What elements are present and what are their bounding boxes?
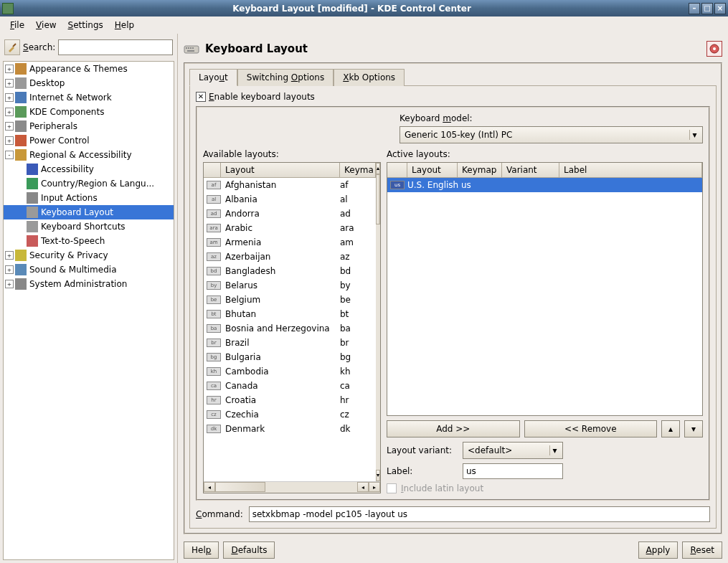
keyboard-model-combo[interactable]: Generic 105-key (Intl) PC ▾ bbox=[400, 126, 703, 143]
defaults-button[interactable]: Defaults bbox=[223, 541, 275, 559]
layout-row[interactable]: alAlbaniaal bbox=[204, 192, 376, 207]
remove-button[interactable]: << Remove bbox=[524, 420, 658, 437]
warning-button[interactable] bbox=[706, 41, 722, 57]
col-variant[interactable]: Variant bbox=[502, 163, 559, 177]
apply-button[interactable]: Apply bbox=[638, 541, 679, 559]
tree-item[interactable]: +Desktop bbox=[4, 76, 174, 90]
tree-item[interactable]: Keyboard Layout bbox=[4, 205, 174, 219]
scroll-left2-icon[interactable]: ◂ bbox=[357, 482, 369, 492]
available-scrollbar[interactable]: ▴ ▾ bbox=[376, 163, 380, 481]
layout-variant-combo[interactable]: <default> ▾ bbox=[463, 442, 563, 459]
layout-row[interactable]: dkDenmarkdk bbox=[204, 422, 376, 436]
hscroll-thumb[interactable] bbox=[215, 482, 265, 492]
expand-icon[interactable]: + bbox=[5, 136, 14, 145]
search-input[interactable] bbox=[58, 39, 173, 55]
col-label[interactable]: Label bbox=[559, 163, 702, 177]
layout-row[interactable]: baBosnia and Herzegovinaba bbox=[204, 321, 376, 336]
available-layouts-list[interactable]: Layout Keyma afAfghanistanafalAlbaniaala… bbox=[203, 162, 381, 493]
menu-file[interactable]: File bbox=[4, 19, 30, 32]
clear-search-button[interactable] bbox=[4, 39, 20, 55]
category-tree[interactable]: +Appearance & Themes+Desktop+Internet & … bbox=[3, 61, 174, 560]
minimize-button[interactable]: – bbox=[689, 3, 700, 14]
layout-row[interactable]: amArmeniaam bbox=[204, 235, 376, 250]
tab-layout[interactable]: Layout bbox=[189, 69, 237, 86]
category-icon bbox=[15, 264, 27, 275]
layout-row[interactable]: afAfghanistanaf bbox=[204, 178, 376, 192]
expand-icon[interactable]: + bbox=[5, 108, 14, 116]
layout-row[interactable]: beBelgiumbe bbox=[204, 293, 376, 307]
scroll-left-icon[interactable]: ◂ bbox=[204, 482, 215, 492]
tab-switching-options[interactable]: Switching Options bbox=[237, 69, 334, 86]
layout-row[interactable]: bdBangladeshbd bbox=[204, 264, 376, 278]
tree-item[interactable]: +Security & Privacy bbox=[4, 248, 174, 262]
layout-row[interactable]: byBelarusby bbox=[204, 278, 376, 293]
command-input[interactable] bbox=[249, 506, 710, 522]
close-button[interactable]: × bbox=[714, 3, 726, 14]
tree-item[interactable]: +System Administration bbox=[4, 277, 174, 291]
layout-row[interactable]: adAndorraad bbox=[204, 207, 376, 221]
menu-help[interactable]: Help bbox=[109, 19, 140, 32]
tree-item[interactable]: Input Actions bbox=[4, 191, 174, 205]
active-layout-row[interactable]: usU.S. English us bbox=[387, 178, 702, 192]
layout-keymap: ara bbox=[340, 223, 376, 233]
tree-item[interactable]: +Appearance & Themes bbox=[4, 62, 174, 76]
menu-settings[interactable]: Settings bbox=[62, 19, 109, 32]
layout-row[interactable]: hrCroatiahr bbox=[204, 393, 376, 407]
collapse-icon[interactable]: - bbox=[5, 151, 14, 159]
tree-item[interactable]: Country/Region & Langu... bbox=[4, 176, 174, 191]
add-button[interactable]: Add >> bbox=[387, 420, 520, 437]
flag-icon: bd bbox=[207, 267, 221, 275]
layout-row[interactable]: caCanadaca bbox=[204, 379, 376, 393]
tree-item-label: Desktop bbox=[29, 78, 65, 88]
category-icon bbox=[27, 178, 38, 189]
tree-item[interactable]: +Sound & Multimedia bbox=[4, 262, 174, 277]
tree-item[interactable]: +KDE Components bbox=[4, 105, 174, 119]
tree-item[interactable]: Keyboard Shortcuts bbox=[4, 219, 174, 234]
col-keymap[interactable]: Keyma bbox=[340, 163, 376, 177]
tree-item[interactable]: Text-to-Speech bbox=[4, 234, 174, 248]
tab-xkb-options[interactable]: Xkb Options bbox=[334, 69, 405, 86]
tree-item[interactable]: -Regional & Accessibility bbox=[4, 148, 174, 162]
expand-icon[interactable]: + bbox=[5, 79, 14, 87]
reset-button[interactable]: Reset bbox=[682, 541, 722, 559]
scroll-down-icon[interactable]: ▾ bbox=[376, 470, 380, 481]
expand-icon[interactable]: + bbox=[5, 280, 14, 288]
label-input[interactable] bbox=[463, 463, 563, 479]
expand-icon[interactable]: + bbox=[5, 65, 14, 73]
tree-item-label: Text-to-Speech bbox=[41, 236, 105, 246]
layout-row[interactable]: araArabicara bbox=[204, 221, 376, 235]
layout-row[interactable]: bgBulgariabg bbox=[204, 350, 376, 364]
menu-view[interactable]: View bbox=[30, 19, 62, 32]
expand-icon[interactable]: + bbox=[5, 265, 14, 274]
tree-item[interactable]: +Internet & Network bbox=[4, 90, 174, 105]
tree-item[interactable]: +Peripherals bbox=[4, 119, 174, 133]
flag-icon: br bbox=[207, 339, 221, 347]
expand-icon[interactable]: + bbox=[5, 122, 14, 131]
layout-row[interactable]: btBhutanbt bbox=[204, 307, 376, 321]
expand-icon[interactable]: + bbox=[5, 251, 14, 260]
tree-item[interactable]: Accessibility bbox=[4, 162, 174, 176]
scroll-up-icon[interactable]: ▴ bbox=[376, 163, 380, 174]
scroll-right-icon[interactable]: ▸ bbox=[369, 482, 380, 492]
scroll-thumb[interactable] bbox=[376, 174, 380, 224]
maximize-button[interactable]: □ bbox=[701, 3, 713, 14]
available-hscrollbar[interactable]: ◂ ◂ ▸ bbox=[204, 481, 380, 493]
move-down-button[interactable]: ▾ bbox=[684, 420, 703, 437]
layout-row[interactable]: czCzechiacz bbox=[204, 407, 376, 422]
tree-item-label: Security & Privacy bbox=[29, 250, 108, 260]
expand-icon[interactable]: + bbox=[5, 93, 14, 102]
help-button[interactable]: Help bbox=[184, 541, 219, 559]
move-up-button[interactable]: ▴ bbox=[661, 420, 680, 437]
layout-row[interactable]: azAzerbaijanaz bbox=[204, 250, 376, 264]
col-keymap-active[interactable]: Keymap bbox=[458, 163, 502, 177]
window-titlebar: Keyboard Layout [modified] - KDE Control… bbox=[0, 0, 728, 16]
active-layouts-list[interactable]: Layout Keymap Variant Label usU.S. Engli… bbox=[387, 162, 703, 416]
layout-row[interactable]: brBrazilbr bbox=[204, 336, 376, 350]
layout-row[interactable]: khCambodiakh bbox=[204, 364, 376, 379]
category-icon bbox=[15, 250, 27, 261]
command-label: Command: bbox=[196, 509, 243, 519]
enable-layouts-checkbox[interactable]: ✕ bbox=[196, 92, 206, 102]
col-layout[interactable]: Layout bbox=[221, 163, 340, 177]
col-layout-active[interactable]: Layout bbox=[407, 163, 458, 177]
tree-item[interactable]: +Power Control bbox=[4, 133, 174, 148]
